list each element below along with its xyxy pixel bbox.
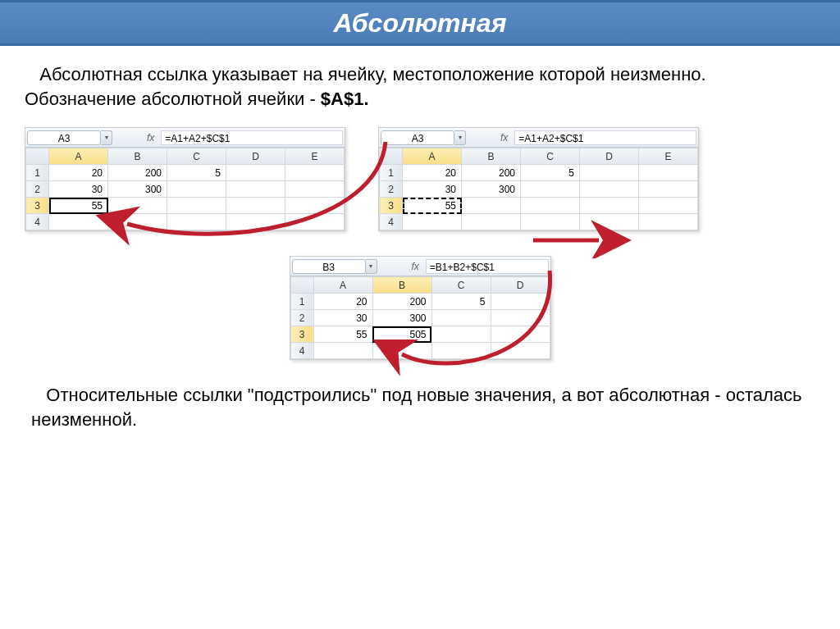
cell-D3[interactable] <box>226 198 285 214</box>
cell-A4[interactable] <box>49 214 108 230</box>
col-header-D[interactable]: D <box>580 148 639 165</box>
row-header-3[interactable]: 3 <box>380 198 403 214</box>
row-header-1[interactable]: 1 <box>290 294 313 310</box>
row-header-1[interactable]: 1 <box>26 165 49 181</box>
cell-A1[interactable]: 20 <box>403 165 462 181</box>
cell-C2[interactable] <box>167 181 226 198</box>
spreadsheet-grid[interactable]: ABCDE12020052303003554 <box>379 148 698 230</box>
col-header-B[interactable]: B <box>372 277 431 294</box>
formula-input[interactable]: =A1+A2+$C$1 <box>514 130 696 145</box>
cell-A3[interactable]: 55 <box>49 198 108 214</box>
select-all-corner[interactable] <box>380 148 403 165</box>
col-header-A[interactable]: A <box>403 148 462 165</box>
col-header-A[interactable]: A <box>313 277 372 294</box>
cell-C1[interactable]: 5 <box>167 165 226 181</box>
fx-icon[interactable]: fx <box>147 132 154 144</box>
row-header-3[interactable]: 3 <box>290 326 313 343</box>
col-header-E[interactable]: E <box>639 148 698 165</box>
cell-B1[interactable]: 200 <box>372 294 431 310</box>
row-header-4[interactable]: 4 <box>380 214 403 230</box>
cell-A2[interactable]: 30 <box>403 181 462 198</box>
cell-D1[interactable] <box>491 294 550 310</box>
name-box[interactable]: A3 <box>381 130 454 145</box>
cell-B2[interactable]: 300 <box>462 181 521 198</box>
row-header-2[interactable]: 2 <box>380 181 403 198</box>
cell-C2[interactable] <box>431 310 491 326</box>
name-box-dropdown-icon[interactable]: ▾ <box>454 130 466 145</box>
row-header-2[interactable]: 2 <box>290 310 313 326</box>
cell-B1[interactable]: 200 <box>462 165 521 181</box>
cell-B3[interactable]: 505 <box>372 326 431 343</box>
cell-B4[interactable] <box>462 214 521 230</box>
cell-C4[interactable] <box>167 214 226 230</box>
cell-C1[interactable]: 5 <box>431 294 491 310</box>
col-header-D[interactable]: D <box>491 277 550 294</box>
cell-E4[interactable] <box>285 214 345 230</box>
col-header-C[interactable]: C <box>167 148 226 165</box>
cell-A3[interactable]: 55 <box>313 326 372 343</box>
cell-B2[interactable]: 300 <box>108 181 167 198</box>
cell-C4[interactable] <box>521 214 580 230</box>
cell-D2[interactable] <box>580 181 639 198</box>
row-header-4[interactable]: 4 <box>26 214 49 230</box>
col-header-C[interactable]: C <box>521 148 580 165</box>
cell-B4[interactable] <box>108 214 167 230</box>
formula-input[interactable]: =A1+A2+$C$1 <box>161 130 343 145</box>
col-header-B[interactable]: B <box>108 148 167 165</box>
select-all-corner[interactable] <box>26 148 49 165</box>
cell-D4[interactable] <box>226 214 285 230</box>
col-header-D[interactable]: D <box>226 148 285 165</box>
cell-D3[interactable] <box>491 326 550 343</box>
name-box-dropdown-icon[interactable]: ▾ <box>101 130 112 145</box>
cell-B3[interactable] <box>108 198 167 214</box>
cell-E1[interactable] <box>285 165 345 181</box>
spreadsheet-grid[interactable]: ABCD12020052303003555054 <box>290 276 550 359</box>
cell-A2[interactable]: 30 <box>313 310 372 326</box>
select-all-corner[interactable] <box>290 277 313 294</box>
spreadsheet-grid[interactable]: ABCDE12020052303003554 <box>25 148 345 230</box>
cell-B2[interactable]: 300 <box>372 310 431 326</box>
cell-C1[interactable]: 5 <box>521 165 580 181</box>
cell-D2[interactable] <box>226 181 285 198</box>
cell-E3[interactable] <box>285 198 345 214</box>
cell-D4[interactable] <box>491 343 550 359</box>
name-box[interactable]: A3 <box>27 130 101 145</box>
col-header-B[interactable]: B <box>462 148 521 165</box>
row-header-2[interactable]: 2 <box>26 181 49 198</box>
cell-D2[interactable] <box>491 310 550 326</box>
col-header-E[interactable]: E <box>285 148 345 165</box>
cell-E3[interactable] <box>639 198 698 214</box>
cell-C2[interactable] <box>521 181 580 198</box>
cell-D1[interactable] <box>226 165 285 181</box>
cell-E4[interactable] <box>639 214 698 230</box>
cell-A1[interactable]: 20 <box>313 294 372 310</box>
cell-C3[interactable] <box>521 198 580 214</box>
formula-input[interactable]: =B1+B2+$C$1 <box>426 259 549 274</box>
row-header-3[interactable]: 3 <box>26 198 49 214</box>
fx-icon[interactable]: fx <box>500 132 508 144</box>
cell-A4[interactable] <box>313 343 372 359</box>
cell-A2[interactable]: 30 <box>49 181 108 198</box>
cell-A4[interactable] <box>403 214 462 230</box>
cell-D1[interactable] <box>580 165 639 181</box>
col-header-A[interactable]: A <box>49 148 108 165</box>
cell-B4[interactable] <box>372 343 431 359</box>
cell-E2[interactable] <box>639 181 698 198</box>
fx-icon[interactable]: fx <box>412 261 419 272</box>
row-header-1[interactable]: 1 <box>380 165 403 181</box>
col-header-C[interactable]: C <box>431 277 491 294</box>
cell-C4[interactable] <box>431 343 491 359</box>
cell-C3[interactable] <box>431 326 491 343</box>
cell-E2[interactable] <box>285 181 345 198</box>
name-box[interactable]: B3 <box>292 259 366 274</box>
cell-B1[interactable]: 200 <box>108 165 167 181</box>
cell-C3[interactable] <box>167 198 226 214</box>
cell-D3[interactable] <box>580 198 639 214</box>
cell-E1[interactable] <box>639 165 698 181</box>
cell-B3[interactable] <box>462 198 521 214</box>
name-box-dropdown-icon[interactable]: ▾ <box>366 259 377 274</box>
cell-A3[interactable]: 55 <box>403 198 462 214</box>
row-header-4[interactable]: 4 <box>290 343 313 359</box>
cell-D4[interactable] <box>580 214 639 230</box>
cell-A1[interactable]: 20 <box>49 165 108 181</box>
